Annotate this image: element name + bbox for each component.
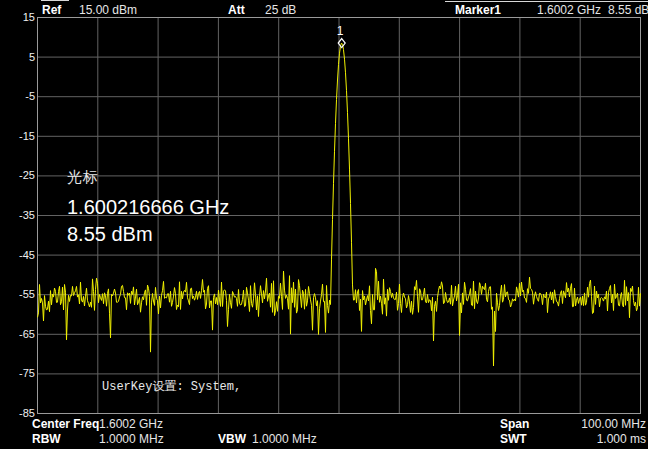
rbw-label: RBW: [32, 432, 61, 446]
spectrum-analyzer-screen: Ref 15.00 dBm Att 25 dB Marker1 1.6002 G…: [0, 0, 648, 449]
marker-box-topline: [445, 1, 648, 2]
center-freq-value: 1.6002 GHz: [99, 417, 163, 431]
y-axis-tick-label: -65: [0, 328, 35, 340]
y-axis-tick-label: -25: [0, 169, 35, 181]
y-axis-tick-label: -85: [0, 407, 35, 419]
span-value: 100.00 MHz: [540, 417, 646, 431]
attenuation-value: 25 dB: [265, 3, 296, 17]
y-axis-tick-label: -45: [0, 249, 35, 261]
marker1-ampl-value: 8.55 dBm: [608, 3, 648, 17]
marker1-label: Marker1: [455, 3, 501, 17]
attenuation-label: Att: [228, 3, 245, 17]
y-axis-tick-label: -55: [0, 288, 35, 300]
ref-level-label: Ref: [42, 3, 61, 17]
y-axis-tick-label: -75: [0, 367, 35, 379]
marker-number-label: 1: [337, 24, 344, 38]
center-freq-label: Center Freq: [32, 417, 99, 431]
header-ref-topline: [41, 0, 69, 1]
span-label: Span: [500, 417, 529, 431]
marker-readout-amplitude: 8.55 dBm: [67, 223, 153, 246]
y-axis-tick-label: -15: [0, 130, 35, 142]
y-axis-tick-label: -5: [0, 90, 35, 102]
vbw-label: VBW: [218, 432, 246, 446]
swt-value: 1.000 ms: [540, 432, 646, 446]
marker-readout-frequency: 1.600216666 GHz: [67, 196, 229, 219]
marker1-freq-value: 1.6002 GHz: [537, 3, 601, 17]
y-axis-tick-label: 15: [0, 11, 35, 23]
rbw-value: 1.0000 MHz: [99, 432, 164, 446]
swt-label: SWT: [500, 432, 527, 446]
vbw-value: 1.0000 MHz: [252, 432, 317, 446]
ref-level-value: 15.00 dBm: [79, 3, 137, 17]
y-axis-tick-label: 5: [0, 51, 35, 63]
y-axis-tick-label: -35: [0, 209, 35, 221]
marker-readout-title: 光标: [67, 168, 99, 187]
userkey-status-text: UserKey设置: System,: [102, 378, 241, 395]
